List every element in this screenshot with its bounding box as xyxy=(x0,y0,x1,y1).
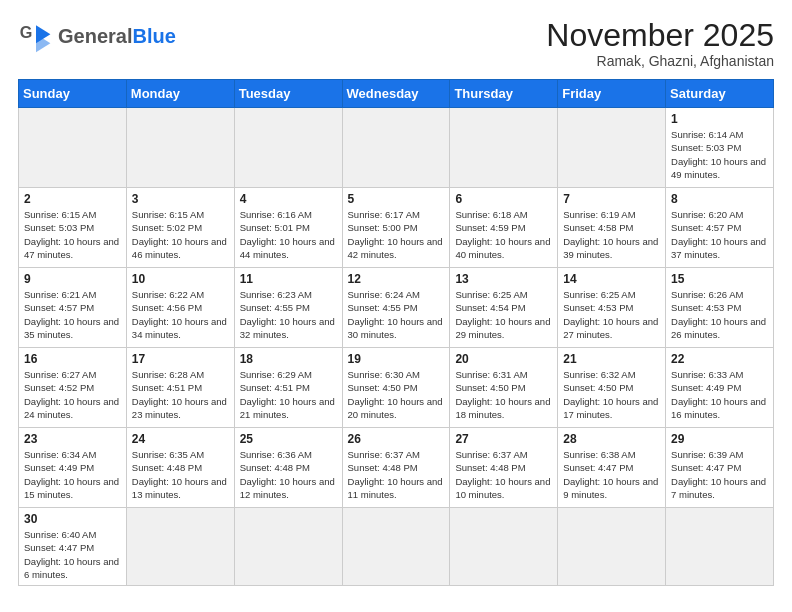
col-friday: Friday xyxy=(558,80,666,108)
general-blue-logo-icon: G xyxy=(18,18,54,54)
table-row: 14Sunrise: 6:25 AM Sunset: 4:53 PM Dayli… xyxy=(558,268,666,348)
day-info: Sunrise: 6:15 AM Sunset: 5:03 PM Dayligh… xyxy=(24,208,121,261)
day-number: 28 xyxy=(563,432,660,446)
table-row: 3Sunrise: 6:15 AM Sunset: 5:02 PM Daylig… xyxy=(126,188,234,268)
day-info: Sunrise: 6:31 AM Sunset: 4:50 PM Dayligh… xyxy=(455,368,552,421)
day-info: Sunrise: 6:24 AM Sunset: 4:55 PM Dayligh… xyxy=(348,288,445,341)
table-row xyxy=(234,108,342,188)
day-number: 18 xyxy=(240,352,337,366)
table-row: 12Sunrise: 6:24 AM Sunset: 4:55 PM Dayli… xyxy=(342,268,450,348)
day-info: Sunrise: 6:14 AM Sunset: 5:03 PM Dayligh… xyxy=(671,128,768,181)
day-info: Sunrise: 6:27 AM Sunset: 4:52 PM Dayligh… xyxy=(24,368,121,421)
table-row: 16Sunrise: 6:27 AM Sunset: 4:52 PM Dayli… xyxy=(19,348,127,428)
day-number: 16 xyxy=(24,352,121,366)
table-row: 21Sunrise: 6:32 AM Sunset: 4:50 PM Dayli… xyxy=(558,348,666,428)
day-number: 23 xyxy=(24,432,121,446)
calendar-header-row: Sunday Monday Tuesday Wednesday Thursday… xyxy=(19,80,774,108)
col-thursday: Thursday xyxy=(450,80,558,108)
day-number: 19 xyxy=(348,352,445,366)
day-number: 5 xyxy=(348,192,445,206)
table-row: 18Sunrise: 6:29 AM Sunset: 4:51 PM Dayli… xyxy=(234,348,342,428)
calendar-table: Sunday Monday Tuesday Wednesday Thursday… xyxy=(18,79,774,586)
day-info: Sunrise: 6:37 AM Sunset: 4:48 PM Dayligh… xyxy=(348,448,445,501)
table-row: 22Sunrise: 6:33 AM Sunset: 4:49 PM Dayli… xyxy=(666,348,774,428)
col-tuesday: Tuesday xyxy=(234,80,342,108)
day-number: 14 xyxy=(563,272,660,286)
month-title: November 2025 xyxy=(546,18,774,53)
day-number: 26 xyxy=(348,432,445,446)
day-number: 13 xyxy=(455,272,552,286)
table-row: 15Sunrise: 6:26 AM Sunset: 4:53 PM Dayli… xyxy=(666,268,774,348)
day-number: 27 xyxy=(455,432,552,446)
day-info: Sunrise: 6:33 AM Sunset: 4:49 PM Dayligh… xyxy=(671,368,768,421)
day-number: 12 xyxy=(348,272,445,286)
day-number: 17 xyxy=(132,352,229,366)
day-number: 25 xyxy=(240,432,337,446)
col-saturday: Saturday xyxy=(666,80,774,108)
day-info: Sunrise: 6:30 AM Sunset: 4:50 PM Dayligh… xyxy=(348,368,445,421)
table-row: 23Sunrise: 6:34 AM Sunset: 4:49 PM Dayli… xyxy=(19,428,127,508)
title-block: November 2025 Ramak, Ghazni, Afghanistan xyxy=(546,18,774,69)
table-row: 11Sunrise: 6:23 AM Sunset: 4:55 PM Dayli… xyxy=(234,268,342,348)
day-number: 1 xyxy=(671,112,768,126)
day-info: Sunrise: 6:32 AM Sunset: 4:50 PM Dayligh… xyxy=(563,368,660,421)
day-number: 24 xyxy=(132,432,229,446)
day-info: Sunrise: 6:28 AM Sunset: 4:51 PM Dayligh… xyxy=(132,368,229,421)
table-row xyxy=(126,508,234,586)
table-row: 4Sunrise: 6:16 AM Sunset: 5:01 PM Daylig… xyxy=(234,188,342,268)
day-number: 6 xyxy=(455,192,552,206)
table-row: 10Sunrise: 6:22 AM Sunset: 4:56 PM Dayli… xyxy=(126,268,234,348)
day-info: Sunrise: 6:23 AM Sunset: 4:55 PM Dayligh… xyxy=(240,288,337,341)
day-number: 22 xyxy=(671,352,768,366)
day-info: Sunrise: 6:25 AM Sunset: 4:54 PM Dayligh… xyxy=(455,288,552,341)
table-row: 30Sunrise: 6:40 AM Sunset: 4:47 PM Dayli… xyxy=(19,508,127,586)
table-row: 17Sunrise: 6:28 AM Sunset: 4:51 PM Dayli… xyxy=(126,348,234,428)
table-row: 28Sunrise: 6:38 AM Sunset: 4:47 PM Dayli… xyxy=(558,428,666,508)
day-info: Sunrise: 6:36 AM Sunset: 4:48 PM Dayligh… xyxy=(240,448,337,501)
day-info: Sunrise: 6:26 AM Sunset: 4:53 PM Dayligh… xyxy=(671,288,768,341)
table-row: 25Sunrise: 6:36 AM Sunset: 4:48 PM Dayli… xyxy=(234,428,342,508)
logo-text: GeneralBlue xyxy=(58,25,176,48)
table-row xyxy=(558,508,666,586)
day-number: 15 xyxy=(671,272,768,286)
header: G GeneralBlue November 2025 Ramak, Ghazn… xyxy=(18,18,774,69)
table-row xyxy=(558,108,666,188)
day-number: 30 xyxy=(24,512,121,526)
day-info: Sunrise: 6:25 AM Sunset: 4:53 PM Dayligh… xyxy=(563,288,660,341)
day-info: Sunrise: 6:21 AM Sunset: 4:57 PM Dayligh… xyxy=(24,288,121,341)
day-number: 21 xyxy=(563,352,660,366)
day-info: Sunrise: 6:29 AM Sunset: 4:51 PM Dayligh… xyxy=(240,368,337,421)
day-info: Sunrise: 6:18 AM Sunset: 4:59 PM Dayligh… xyxy=(455,208,552,261)
table-row: 13Sunrise: 6:25 AM Sunset: 4:54 PM Dayli… xyxy=(450,268,558,348)
table-row: 20Sunrise: 6:31 AM Sunset: 4:50 PM Dayli… xyxy=(450,348,558,428)
day-number: 2 xyxy=(24,192,121,206)
day-number: 7 xyxy=(563,192,660,206)
day-info: Sunrise: 6:34 AM Sunset: 4:49 PM Dayligh… xyxy=(24,448,121,501)
table-row: 6Sunrise: 6:18 AM Sunset: 4:59 PM Daylig… xyxy=(450,188,558,268)
table-row xyxy=(342,508,450,586)
day-number: 4 xyxy=(240,192,337,206)
day-number: 29 xyxy=(671,432,768,446)
day-info: Sunrise: 6:39 AM Sunset: 4:47 PM Dayligh… xyxy=(671,448,768,501)
table-row xyxy=(666,508,774,586)
day-info: Sunrise: 6:40 AM Sunset: 4:47 PM Dayligh… xyxy=(24,528,121,581)
table-row xyxy=(234,508,342,586)
day-number: 8 xyxy=(671,192,768,206)
table-row: 9Sunrise: 6:21 AM Sunset: 4:57 PM Daylig… xyxy=(19,268,127,348)
table-row: 27Sunrise: 6:37 AM Sunset: 4:48 PM Dayli… xyxy=(450,428,558,508)
table-row: 7Sunrise: 6:19 AM Sunset: 4:58 PM Daylig… xyxy=(558,188,666,268)
day-number: 11 xyxy=(240,272,337,286)
table-row xyxy=(342,108,450,188)
col-wednesday: Wednesday xyxy=(342,80,450,108)
day-number: 9 xyxy=(24,272,121,286)
logo: G GeneralBlue xyxy=(18,18,176,54)
table-row: 5Sunrise: 6:17 AM Sunset: 5:00 PM Daylig… xyxy=(342,188,450,268)
table-row: 1Sunrise: 6:14 AM Sunset: 5:03 PM Daylig… xyxy=(666,108,774,188)
day-info: Sunrise: 6:35 AM Sunset: 4:48 PM Dayligh… xyxy=(132,448,229,501)
table-row: 2Sunrise: 6:15 AM Sunset: 5:03 PM Daylig… xyxy=(19,188,127,268)
day-info: Sunrise: 6:20 AM Sunset: 4:57 PM Dayligh… xyxy=(671,208,768,261)
col-sunday: Sunday xyxy=(19,80,127,108)
table-row xyxy=(450,108,558,188)
table-row xyxy=(19,108,127,188)
day-number: 3 xyxy=(132,192,229,206)
